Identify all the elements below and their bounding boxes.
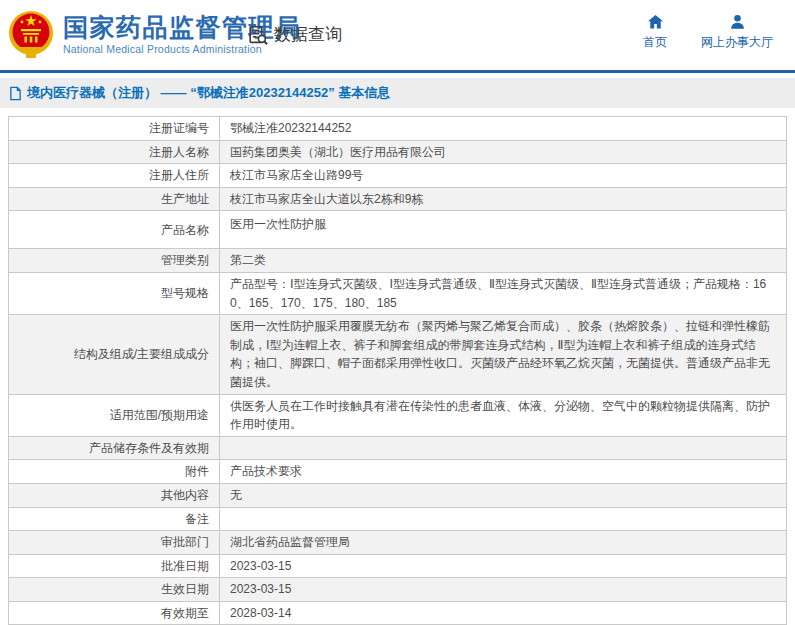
field-label: 附件 — [9, 460, 220, 484]
field-label: 产品储存条件及有效期 — [9, 436, 220, 460]
table-row: 批准日期 2023-03-15 — [9, 554, 787, 578]
table-row: 其他内容 无 — [9, 483, 787, 507]
table-row: 备注 — [9, 507, 787, 531]
table-row: 型号规格 产品型号：Ⅰ型连身式灭菌级、Ⅰ型连身式普通级、Ⅱ型连身式灭菌级、Ⅱ型连… — [9, 272, 787, 314]
field-value: 2028-03-14 — [220, 601, 787, 625]
field-label: 其他内容 — [9, 483, 220, 507]
field-value: 第二类 — [220, 249, 787, 273]
breadcrumb: 境内医疗器械（注册） —— “鄂械注准20232144252” 基本信息 — [27, 84, 390, 102]
header-nav-right: 首页 网上办事大厅 — [643, 13, 773, 51]
nav-data-query[interactable]: 数据查询 — [247, 23, 342, 46]
field-value: 鄂械注准20232144252 — [220, 117, 787, 141]
field-label: 注册证编号 — [9, 117, 220, 141]
table-row: 注册人名称 国药集团奥美（湖北）医疗用品有限公司 — [9, 140, 787, 164]
nav-home[interactable]: 首页 — [643, 13, 667, 51]
table-row: 生产地址 枝江市马家店全山大道以东2栋和9栋 — [9, 187, 787, 211]
table-row: 结构及组成/主要组成成分 医用一次性防护服采用覆膜无纺布（聚丙烯与聚乙烯复合而成… — [9, 315, 787, 394]
table-row: 有效期至 2028-03-14 — [9, 601, 787, 625]
field-label: 生产地址 — [9, 187, 220, 211]
field-value: 枝江市马家店全山路99号 — [220, 164, 787, 188]
table-row: 产品名称 医用一次性防护服 — [9, 211, 787, 249]
nav-online-hall[interactable]: 网上办事大厅 — [701, 13, 773, 51]
table-row: 附件 产品技术要求 — [9, 460, 787, 484]
field-value: 国药集团奥美（湖北）医疗用品有限公司 — [220, 140, 787, 164]
field-label: 产品名称 — [9, 211, 220, 249]
field-label: 注册人住所 — [9, 164, 220, 188]
field-value: 无 — [220, 483, 787, 507]
field-label: 批准日期 — [9, 554, 220, 578]
field-label: 生效日期 — [9, 578, 220, 602]
registration-info-table: 注册证编号 鄂械注准20232144252 注册人名称 国药集团奥美（湖北）医疗… — [8, 116, 787, 625]
table-row: 适用范围/预期用途 供医务人员在工作时接触具有潜在传染性的患者血液、体液、分泌物… — [9, 394, 787, 436]
national-emblem-icon — [8, 7, 54, 61]
home-icon — [646, 13, 665, 31]
nav-online-hall-label: 网上办事大厅 — [701, 34, 773, 51]
field-label: 结构及组成/主要组成成分 — [9, 315, 220, 394]
data-query-icon — [247, 24, 269, 46]
field-label: 审批部门 — [9, 531, 220, 555]
field-label: 适用范围/预期用途 — [9, 394, 220, 436]
field-value — [220, 436, 787, 460]
field-label: 备注 — [9, 507, 220, 531]
user-icon — [728, 13, 747, 31]
field-value: 2023-03-15 — [220, 554, 787, 578]
field-value: 医用一次性防护服 — [220, 211, 787, 249]
table-row: 审批部门 湖北省药品监督管理局 — [9, 531, 787, 555]
field-value — [220, 507, 787, 531]
field-value: 湖北省药品监督管理局 — [220, 531, 787, 555]
table-row: 管理类别 第二类 — [9, 249, 787, 273]
field-value: 2023-03-15 — [220, 578, 787, 602]
data-query-label: 数据查询 — [274, 23, 342, 46]
table-row: 生效日期 2023-03-15 — [9, 578, 787, 602]
table-row: 注册人住所 枝江市马家店全山路99号 — [9, 164, 787, 188]
registration-info-table-wrap: 注册证编号 鄂械注准20232144252 注册人名称 国药集团奥美（湖北）医疗… — [8, 116, 787, 625]
nav-home-label: 首页 — [643, 34, 667, 51]
field-value: 医用一次性防护服采用覆膜无纺布（聚丙烯与聚乙烯复合而成）、胶条（热熔胶条）、拉链… — [220, 315, 787, 394]
field-value: 产品型号：Ⅰ型连身式灭菌级、Ⅰ型连身式普通级、Ⅱ型连身式灭菌级、Ⅱ型连身式普通级… — [220, 272, 787, 314]
field-value: 产品技术要求 — [220, 460, 787, 484]
field-label: 管理类别 — [9, 249, 220, 273]
field-label: 注册人名称 — [9, 140, 220, 164]
site-header: 国家药品监督管理局 National Medical Products Admi… — [0, 0, 795, 73]
table-row: 注册证编号 鄂械注准20232144252 — [9, 117, 787, 141]
field-value: 枝江市马家店全山大道以东2栋和9栋 — [220, 187, 787, 211]
field-label: 型号规格 — [9, 272, 220, 314]
document-icon — [9, 86, 22, 101]
breadcrumb-bar: 境内医疗器械（注册） —— “鄂械注准20232144252” 基本信息 — [0, 78, 795, 108]
field-value: 供医务人员在工作时接触具有潜在传染性的患者血液、体液、分泌物、空气中的颗粒物提供… — [220, 394, 787, 436]
field-label: 有效期至 — [9, 601, 220, 625]
table-row: 产品储存条件及有效期 — [9, 436, 787, 460]
